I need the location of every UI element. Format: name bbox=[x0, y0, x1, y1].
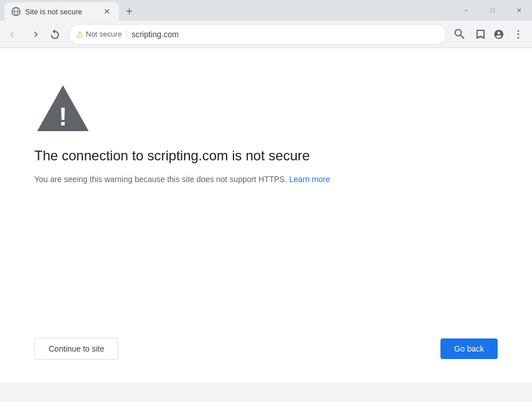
main-heading: The connection to scripting.com is not s… bbox=[34, 148, 498, 164]
reload-button[interactable] bbox=[46, 25, 64, 44]
toolbar: ⚠ Not secure scripting.com bbox=[0, 21, 532, 48]
window-controls: − □ ✕ bbox=[453, 2, 532, 18]
warning-triangle-illustration: ! bbox=[34, 82, 92, 134]
url-display[interactable]: scripting.com bbox=[132, 30, 439, 39]
address-bar-divider bbox=[126, 30, 127, 39]
security-indicator[interactable]: ⚠ Not secure bbox=[76, 30, 122, 39]
toolbar-right-actions bbox=[451, 25, 527, 44]
back-button[interactable] bbox=[5, 25, 23, 44]
new-tab-button[interactable]: + bbox=[121, 3, 137, 19]
bookmark-button[interactable] bbox=[470, 25, 489, 44]
maximize-button[interactable]: □ bbox=[479, 2, 506, 18]
tab-favicon bbox=[11, 7, 21, 16]
address-bar[interactable]: ⚠ Not secure scripting.com bbox=[69, 24, 446, 45]
continue-to-site-button[interactable]: Continue to site bbox=[34, 338, 118, 360]
search-button[interactable] bbox=[451, 25, 469, 44]
tab-title: Site is not secure bbox=[25, 7, 97, 16]
svg-point-4 bbox=[518, 33, 519, 35]
page-content: ! The connection to scripting.com is not… bbox=[0, 48, 532, 383]
menu-button[interactable] bbox=[509, 25, 527, 44]
tab-close-button[interactable]: ✕ bbox=[102, 6, 112, 17]
learn-more-link[interactable]: Learn more bbox=[289, 175, 330, 184]
security-label: Not secure bbox=[86, 30, 122, 38]
tab-strip: Site is not secure ✕ + − □ ✕ bbox=[0, 0, 532, 21]
sub-text-content: You are seeing this warning because this… bbox=[34, 175, 287, 184]
svg-text:!: ! bbox=[59, 103, 68, 131]
active-tab[interactable]: Site is not secure ✕ bbox=[5, 2, 119, 21]
close-button[interactable]: ✕ bbox=[506, 2, 532, 18]
profile-button[interactable] bbox=[490, 25, 508, 44]
sub-text: You are seeing this warning because this… bbox=[34, 173, 498, 186]
svg-point-5 bbox=[518, 37, 519, 38]
minimize-button[interactable]: − bbox=[453, 2, 479, 18]
svg-point-3 bbox=[518, 30, 519, 31]
warning-triangle-icon: ⚠ bbox=[76, 30, 84, 39]
forward-button[interactable] bbox=[25, 25, 43, 44]
bottom-buttons: Continue to site Go back bbox=[34, 338, 498, 360]
go-back-button[interactable]: Go back bbox=[440, 338, 498, 359]
